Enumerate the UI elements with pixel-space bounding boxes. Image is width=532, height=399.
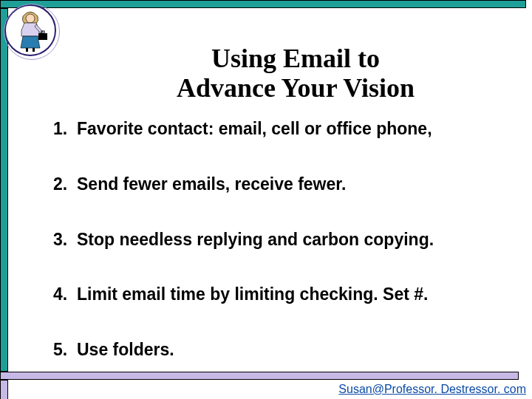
svg-point-0	[26, 14, 35, 23]
list-text: Favorite contact: email, cell or office …	[77, 118, 510, 140]
list-item: 4. Limit email time by limiting checking…	[53, 284, 510, 305]
border-bar-top-mid	[0, 372, 519, 380]
list-item: 5. Use folders.	[53, 339, 510, 361]
slide: Using Email to Advance Your Vision 1. Fa…	[0, 0, 532, 399]
list-item: 2. Send fewer emails, receive fewer.	[53, 174, 510, 195]
border-bar-left-mid	[0, 380, 8, 399]
svg-rect-4	[33, 48, 35, 52]
slide-title: Using Email to Advance Your Vision	[89, 44, 502, 103]
svg-rect-3	[26, 48, 28, 52]
list-text: Send fewer emails, receive fewer.	[77, 174, 510, 195]
list-text: Limit email time by limiting checking. S…	[77, 284, 510, 305]
svg-rect-1	[38, 33, 47, 40]
footer-email-link[interactable]: Susan@Professor. Destressor. com	[338, 383, 526, 396]
list-item: 3. Stop needless replying and carbon cop…	[53, 229, 510, 250]
bullet-list: 1. Favorite contact: email, cell or offi…	[53, 118, 510, 361]
list-number: 4.	[53, 284, 77, 305]
border-bar-left-outer	[0, 8, 8, 372]
list-number: 3.	[53, 229, 77, 250]
list-number: 2.	[53, 174, 77, 195]
list-text: Use folders.	[77, 339, 510, 361]
border-bar-top-outer	[0, 0, 526, 8]
list-text: Stop needless replying and carbon copyin…	[77, 229, 510, 250]
list-item: 1. Favorite contact: email, cell or offi…	[53, 118, 510, 140]
list-number: 1.	[53, 118, 77, 140]
list-number: 5.	[53, 339, 77, 361]
businesswoman-icon	[4, 4, 56, 56]
